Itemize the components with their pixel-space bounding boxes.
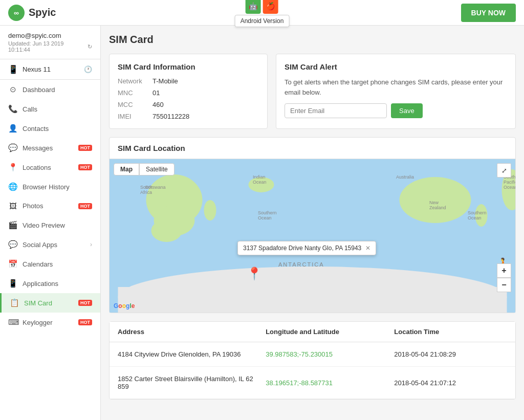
contacts-icon: 👤: [8, 124, 17, 133]
page-title: SIM Card: [109, 34, 516, 46]
cards-row: SIM Card Information Network T-Mobile MN…: [109, 54, 516, 129]
keylogger-label: Keylogger: [23, 319, 71, 326]
network-label: Network: [118, 77, 148, 85]
social-apps-arrow-icon: ›: [90, 241, 92, 248]
sidebar: demo@spyic.com Updated: Jun 13 2019 10:1…: [0, 26, 101, 420]
main-layout: demo@spyic.com Updated: Jun 13 2019 10:1…: [0, 26, 524, 420]
row-0-coords: 39.987583;-75.230015: [266, 350, 394, 358]
mcc-value: 460: [152, 101, 164, 108]
svg-point-2: [204, 200, 216, 220]
sidebar-email: demo@spyic.com: [8, 32, 92, 39]
content: SIM Card SIM Card Information Network T-…: [101, 26, 524, 420]
svg-rect-7: [118, 287, 507, 313]
sidebar-account: demo@spyic.com Updated: Jun 13 2019 10:1…: [0, 26, 100, 59]
calendars-icon: 📅: [8, 259, 17, 269]
header-center: 🤖 🍎 Android Version: [235, 0, 290, 27]
contacts-label: Contacts: [23, 125, 92, 132]
locations-icon: 📍: [8, 163, 17, 172]
sim-alert-email-input[interactable]: [285, 103, 387, 118]
sidebar-item-video-preview[interactable]: 🎬 Video Preview: [0, 215, 100, 235]
sidebar-item-messages[interactable]: 💬 Messages HOT: [0, 138, 100, 158]
refresh-icon[interactable]: ↻: [88, 43, 92, 50]
messages-icon: 💬: [8, 143, 17, 152]
map-container: Botswana IndianOcean Australia SouthPaci…: [110, 159, 515, 313]
messages-hot-badge: HOT: [78, 145, 92, 151]
map-label-southern-ocean-left: SouthernOcean: [258, 210, 277, 220]
map-tabs: Map Satellite: [114, 163, 174, 175]
sidebar-item-contacts[interactable]: 👤 Contacts: [0, 119, 100, 138]
android-icon[interactable]: 🤖: [246, 0, 261, 14]
sidebar-item-browser-history[interactable]: 🌐 Browser History: [0, 177, 100, 196]
photos-hot-badge: HOT: [78, 203, 92, 209]
svg-point-9: [151, 219, 182, 242]
applications-icon: 📱: [8, 279, 17, 288]
sim-alert-email-row: Save: [285, 103, 507, 118]
ios-icon[interactable]: 🍎: [263, 0, 278, 14]
map-label-indian-ocean: IndianOcean: [253, 174, 267, 185]
social-apps-icon: 💬: [8, 240, 17, 249]
table-row: 1852 Carter Street Blairsville (Hamilton…: [110, 367, 515, 399]
map-popup-address: 3137 Spadafore Drive Nanty Glo, PA 15943: [243, 245, 361, 252]
map-label-australia: Australia: [396, 174, 414, 180]
keylogger-hot-badge: HOT: [78, 319, 92, 325]
sidebar-updated: Updated: Jun 13 2019 10:11:44 ↻: [8, 40, 92, 53]
network-row: Network T-Mobile: [118, 77, 259, 85]
sim-alert-save-button[interactable]: Save: [391, 103, 423, 118]
sidebar-item-photos[interactable]: 🖼 Photos HOT: [0, 196, 100, 215]
map-zoom-out-button[interactable]: −: [497, 278, 511, 292]
sidebar-item-applications[interactable]: 📱 Applications: [0, 274, 100, 293]
dashboard-icon: ⊙: [8, 85, 17, 94]
calls-label: Calls: [23, 105, 92, 113]
col-header-address: Address: [118, 328, 266, 336]
map-section: SIM Card Location: [109, 137, 516, 313]
buy-now-button[interactable]: BUY NOW: [461, 4, 516, 22]
keylogger-icon: ⌨: [8, 318, 17, 327]
mnc-row: MNC 01: [118, 89, 259, 97]
row-0-time: 2018-05-04 21:08:29: [394, 350, 507, 358]
device-clock-icon: 🕐: [84, 65, 92, 73]
sidebar-nav: ⊙ Dashboard 📞 Calls 👤 Contacts 💬 Message…: [0, 80, 100, 420]
sim-card-hot-badge: HOT: [78, 300, 92, 306]
col-header-coords: Longitude and Latitude: [266, 328, 394, 336]
sim-alert-desc: To get alerts when the target phone chan…: [285, 77, 507, 97]
sidebar-item-calendars[interactable]: 📅 Calendars: [0, 254, 100, 274]
imei-row: IMEI 7550112228: [118, 113, 259, 120]
network-value: T-Mobile: [152, 77, 178, 85]
map-background: Botswana IndianOcean Australia SouthPaci…: [110, 159, 515, 313]
row-1-time: 2018-05-04 21:07:12: [394, 379, 507, 387]
table-header: Address Longitude and Latitude Location …: [110, 322, 515, 342]
map-fullscreen-button[interactable]: ⤢: [497, 163, 511, 178]
applications-label: Applications: [23, 280, 92, 288]
map-zoom-in-button[interactable]: +: [497, 263, 511, 278]
sidebar-item-dashboard[interactable]: ⊙ Dashboard: [0, 80, 100, 99]
map-section-header: SIM Card Location: [110, 138, 515, 159]
sim-info-table: Network T-Mobile MNC 01 MCC 460 IMEI 755…: [118, 77, 259, 120]
map-label-new-zealand: NewZealand: [429, 200, 446, 210]
sidebar-item-sim-card[interactable]: 📋 SIM Card HOT: [0, 293, 100, 313]
map-popup-close[interactable]: ✕: [365, 245, 370, 252]
mcc-label: MCC: [118, 101, 148, 108]
imei-label: IMEI: [118, 113, 148, 120]
map-tab-map[interactable]: Map: [114, 163, 139, 175]
sidebar-item-keylogger[interactable]: ⌨ Keylogger HOT: [0, 313, 100, 332]
messages-label: Messages: [23, 144, 71, 152]
logo: ∞ Spyic: [8, 5, 56, 21]
sim-info-title: SIM Card Information: [118, 62, 259, 71]
sidebar-item-locations[interactable]: 📍 Locations HOT: [0, 158, 100, 177]
platform-icons: 🤖 🍎: [246, 0, 278, 14]
col-header-time: Location Time: [394, 328, 507, 336]
sim-card-icon: 📋: [10, 298, 19, 307]
sidebar-item-calls[interactable]: 📞 Calls: [0, 99, 100, 119]
device-icon: 📱: [8, 64, 18, 74]
sim-card-info-card: SIM Card Information Network T-Mobile MN…: [109, 54, 268, 129]
map-label-southern-ocean-right: SouthernOcean: [468, 210, 487, 220]
video-preview-icon: 🎬: [8, 220, 17, 230]
device-selector[interactable]: 📱 Nexus 11 🕐: [0, 59, 100, 80]
logo-text: Spyic: [29, 7, 56, 18]
map-tab-satellite[interactable]: Satellite: [139, 163, 174, 175]
mnc-label: MNC: [118, 89, 148, 97]
table-row: 4184 Cityview Drive Glenolden, PA 19036 …: [110, 342, 515, 367]
updated-text: Updated: Jun 13 2019 10:11:44: [8, 40, 85, 53]
sidebar-item-social-apps[interactable]: 💬 Social Apps ›: [0, 235, 100, 254]
mnc-value: 01: [152, 89, 160, 97]
